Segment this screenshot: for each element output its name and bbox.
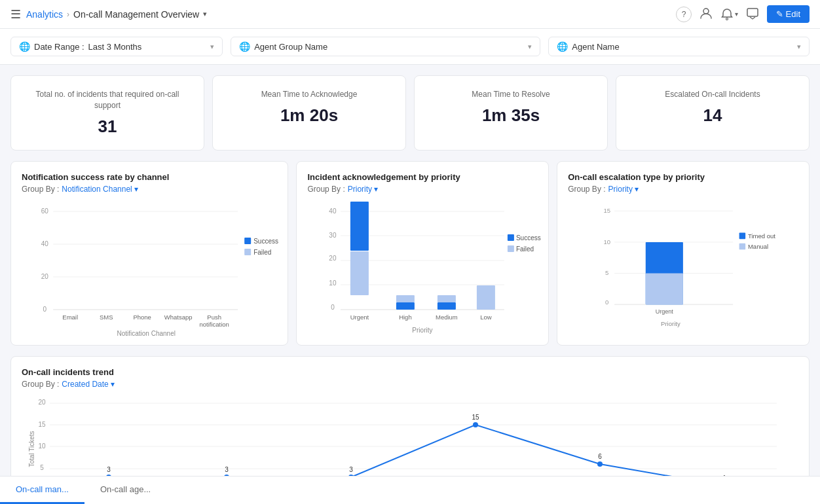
chart-row: Notification success rate by channel Gro… <box>10 161 810 346</box>
stat-label-total: Total no. of incidents that required on-… <box>22 89 193 111</box>
svg-rect-39 <box>350 251 369 295</box>
notification-success-groupby: Group By : Notification Channel ▾ <box>22 185 277 194</box>
svg-rect-50 <box>508 234 514 241</box>
svg-text:60: 60 <box>41 207 49 215</box>
svg-rect-26 <box>244 249 251 255</box>
incident-acknowledgement-chart: Incident acknowledgement by priority Gro… <box>296 161 549 346</box>
chat-icon[interactable] <box>746 7 759 22</box>
svg-text:3: 3 <box>107 466 111 473</box>
svg-rect-24 <box>244 238 251 244</box>
svg-text:Whatsapp: Whatsapp <box>164 314 193 321</box>
header: ☰ Analytics › On-call Management Overvie… <box>0 0 820 29</box>
svg-rect-66 <box>739 232 746 239</box>
groupby-label-4: Group By : <box>22 380 59 389</box>
incident-ack-svg: 40 30 20 10 0 <box>307 202 538 333</box>
svg-text:10: 10 <box>329 279 337 287</box>
escalation-type-title: On-call escalation type by priority <box>568 172 798 182</box>
bell-icon[interactable]: ▾ <box>720 8 738 21</box>
svg-text:Notification Channel: Notification Channel <box>117 330 176 337</box>
stat-card-escalated: Escalated On-call Incidents 14 <box>616 75 810 151</box>
agent-name-globe-icon: 🌐 <box>557 41 568 52</box>
agent-group-filter[interactable]: 🌐 Agent Group Name ▾ <box>231 37 540 56</box>
breadcrumb-dropdown-icon[interactable]: ▾ <box>203 10 207 18</box>
svg-text:30: 30 <box>329 232 337 239</box>
svg-point-84 <box>473 422 478 427</box>
svg-text:Failed: Failed <box>253 249 271 256</box>
agent-group-arrow-icon: ▾ <box>528 43 532 51</box>
stat-value-mttr: 1m 35s <box>482 105 540 126</box>
svg-text:20: 20 <box>38 399 46 406</box>
stat-label-mttr: Mean Time to Resolve <box>472 89 550 100</box>
svg-text:Total Tickets: Total Tickets <box>28 431 35 467</box>
date-range-value: Last 3 Months <box>88 42 142 52</box>
menu-icon[interactable]: ☰ <box>10 7 21 22</box>
svg-rect-44 <box>477 285 495 310</box>
priority-btn-2[interactable]: Priority ▾ <box>608 185 639 194</box>
svg-rect-42 <box>438 302 456 310</box>
stat-value-escalated: 14 <box>703 105 722 126</box>
stat-value-total: 31 <box>98 117 117 137</box>
stat-card-mttr: Mean Time to Resolve 1m 35s <box>414 75 608 151</box>
breadcrumb-page: On-call Management Overview <box>73 9 199 20</box>
svg-text:0: 0 <box>605 298 608 306</box>
svg-point-1 <box>726 18 728 20</box>
svg-text:15: 15 <box>472 414 479 421</box>
groupby-label-3: Group By : <box>568 185 605 194</box>
edit-button[interactable]: ✎ Edit <box>767 5 810 23</box>
svg-text:15: 15 <box>604 207 611 214</box>
filter-bar: 🌐 Date Range : Last 3 Months ▾ 🌐 Agent G… <box>0 29 820 65</box>
agent-name-label: Agent Name <box>572 42 619 52</box>
agent-name-arrow-icon: ▾ <box>797 43 801 51</box>
svg-text:5: 5 <box>40 464 44 471</box>
agent-group-label: Agent Group Name <box>254 42 327 52</box>
stat-label-escalated: Escalated On-call Incidents <box>665 89 760 100</box>
tab-oncall-management[interactable]: On-call man... <box>0 477 84 504</box>
stat-card-total-incidents: Total no. of incidents that required on-… <box>10 75 204 151</box>
created-date-btn[interactable]: Created Date ▾ <box>62 380 115 389</box>
svg-text:5: 5 <box>605 269 608 276</box>
svg-text:Manual: Manual <box>748 243 768 250</box>
svg-rect-43 <box>438 295 456 302</box>
svg-text:Failed: Failed <box>516 245 534 253</box>
breadcrumb-analytics[interactable]: Analytics <box>26 9 63 20</box>
incidents-trend-title: On-call incidents trend <box>22 367 798 377</box>
stat-cards: Total no. of incidents that required on-… <box>10 75 810 151</box>
stat-label-mtta: Mean Time to Acknowledge <box>261 89 358 100</box>
svg-text:Priority: Priority <box>661 320 680 327</box>
svg-text:notification: notification <box>199 321 229 328</box>
notification-channel-btn[interactable]: Notification Channel ▾ <box>62 185 138 194</box>
stat-card-mtta: Mean Time to Acknowledge 1m 20s <box>212 75 406 151</box>
tab-oncall-agent[interactable]: On-call age... <box>84 477 166 504</box>
groupby-label-2: Group By : <box>307 185 345 194</box>
priority-btn-1[interactable]: Priority ▾ <box>348 185 379 194</box>
svg-text:High: High <box>400 314 413 321</box>
date-range-globe-icon: 🌐 <box>19 41 30 52</box>
svg-text:15: 15 <box>38 421 46 428</box>
date-range-filter[interactable]: 🌐 Date Range : Last 3 Months ▾ <box>10 37 223 56</box>
incident-ack-groupby: Group By : Priority ▾ <box>307 185 538 194</box>
main-content: Total no. of incidents that required on-… <box>0 65 820 504</box>
svg-text:Low: Low <box>481 314 493 321</box>
escalation-type-chart: On-call escalation type by priority Grou… <box>557 161 810 346</box>
svg-text:Push: Push <box>207 314 221 321</box>
svg-text:Phone: Phone <box>133 314 151 321</box>
svg-text:Success: Success <box>253 238 278 245</box>
svg-text:3: 3 <box>225 466 229 473</box>
svg-text:Success: Success <box>516 234 541 242</box>
breadcrumb-sep: › <box>67 10 69 19</box>
notification-success-title: Notification success rate by channel <box>22 172 277 182</box>
svg-text:6: 6 <box>598 453 602 460</box>
svg-text:Email: Email <box>62 314 78 321</box>
incidents-trend-groupby: Group By : Created Date ▾ <box>22 380 798 389</box>
svg-rect-41 <box>396 295 415 302</box>
user-icon[interactable] <box>699 7 713 22</box>
svg-text:Medium: Medium <box>436 314 458 321</box>
notification-success-svg: 60 40 20 0 Emai <box>22 202 277 333</box>
agent-group-globe-icon: 🌐 <box>239 41 250 52</box>
svg-text:SMS: SMS <box>100 314 113 321</box>
notification-success-chart: Notification success rate by channel Gro… <box>10 161 288 346</box>
stat-value-mtta: 1m 20s <box>280 105 338 126</box>
svg-text:3: 3 <box>349 466 353 473</box>
help-icon[interactable]: ? <box>676 7 692 22</box>
agent-name-filter[interactable]: 🌐 Agent Name ▾ <box>548 37 810 56</box>
